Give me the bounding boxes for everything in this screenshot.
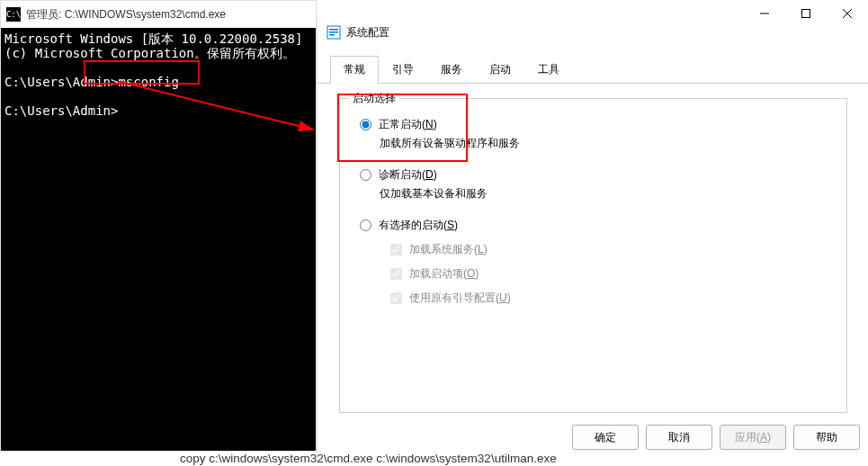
radio-normal-input[interactable] (360, 119, 371, 130)
check-services-input (390, 244, 402, 255)
check-original-label: 使用原有引导配置(U) (409, 291, 511, 306)
check-startup-input (390, 268, 402, 280)
radio-selective-input[interactable] (360, 220, 371, 231)
sysconfig-icon (327, 25, 341, 40)
cancel-button[interactable]: 取消 (646, 425, 712, 450)
system-config-dialog: 系统配置 常规 引导 服务 启动 工具 启动选择 正常启动(N) 加载所有设备驱… (317, 18, 868, 459)
radio-normal-startup[interactable]: 正常启动(N) (360, 117, 832, 132)
svg-rect-6 (329, 31, 338, 33)
cmd-window: C:\ 管理员: C:\WINDOWS\system32\cmd.exe Mic… (0, 0, 317, 452)
radio-diag-label: 诊断启动(D) (379, 167, 437, 183)
cmd-prompt-1-cmd: msconfig (118, 75, 178, 89)
cmd-body[interactable]: Microsoft Windows [版本 10.0.22000.2538] (… (1, 28, 316, 451)
radio-diagnostic-startup[interactable]: 诊断启动(D) (360, 167, 832, 183)
svg-rect-5 (329, 29, 338, 31)
tab-tools[interactable]: 工具 (524, 56, 573, 83)
radio-diag-desc: 仅加载基本设备和服务 (380, 186, 832, 202)
radio-normal-desc: 加载所有设备驱动程序和服务 (380, 136, 832, 151)
sysconfig-titlebar[interactable]: 系统配置 (318, 18, 868, 47)
svg-rect-1 (802, 10, 810, 18)
tab-boot[interactable]: 引导 (379, 56, 427, 83)
help-button[interactable]: 帮助 (793, 425, 860, 450)
sysconfig-title: 系统配置 (346, 25, 389, 40)
radio-selective-label: 有选择的启动(S) (379, 218, 458, 233)
cmd-prompt-1-path: C:\Users\Admin> (4, 75, 118, 89)
radio-normal-label: 正常启动(N) (379, 117, 437, 132)
group-title: 启动选择 (349, 91, 399, 106)
bottom-snippet: copy c:\windows\system32\cmd.exe c:\wind… (180, 452, 557, 465)
sysconfig-tabs: 常规 引导 服务 启动 工具 (318, 47, 868, 84)
cmd-prompt-2: C:\Users\Admin> (4, 103, 118, 118)
cmd-line-1: Microsoft Windows [版本 10.0.22000.2538] (4, 31, 302, 46)
check-load-startup: 加载启动项(O) (390, 266, 832, 282)
apply-button[interactable]: 应用(A) (720, 425, 786, 450)
check-startup-label: 加载启动项(O) (409, 266, 479, 282)
tab-services[interactable]: 服务 (427, 56, 476, 83)
radio-selective-startup[interactable]: 有选择的启动(S) (360, 218, 832, 233)
cmd-title: 管理员: C:\WINDOWS\system32\cmd.exe (26, 7, 226, 22)
dialog-buttons: 确定 取消 应用(A) 帮助 (572, 425, 860, 450)
check-load-services: 加载系统服务(L) (390, 242, 832, 257)
check-original-boot: 使用原有引导配置(U) (390, 291, 832, 306)
cmd-line-2: (c) Microsoft Corporation。保留所有权利。 (4, 46, 295, 60)
tab-general[interactable]: 常规 (330, 56, 379, 83)
sysconfig-content: 启动选择 正常启动(N) 加载所有设备驱动程序和服务 诊断启动(D) 仅加载基本… (318, 84, 868, 427)
cmd-icon: C:\ (6, 7, 21, 22)
check-services-label: 加载系统服务(L) (409, 242, 488, 257)
check-original-input (390, 292, 402, 304)
startup-selection-group: 启动选择 正常启动(N) 加载所有设备驱动程序和服务 诊断启动(D) 仅加载基本… (339, 98, 847, 413)
tab-startup[interactable]: 启动 (476, 56, 524, 83)
ok-button[interactable]: 确定 (572, 425, 639, 450)
cmd-titlebar[interactable]: C:\ 管理员: C:\WINDOWS\system32\cmd.exe (1, 1, 316, 28)
radio-diag-input[interactable] (360, 169, 371, 181)
svg-rect-7 (329, 34, 335, 36)
